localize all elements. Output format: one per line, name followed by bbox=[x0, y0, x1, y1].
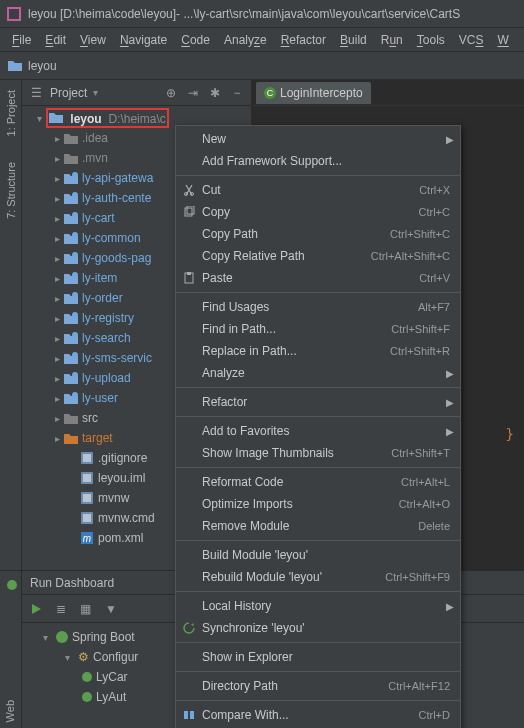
arrow-right-icon[interactable]: ▸ bbox=[52, 373, 62, 384]
layout-icon[interactable]: ▦ bbox=[80, 602, 91, 616]
item-label: ly-upload bbox=[82, 371, 131, 385]
menu-refactor[interactable]: Refactor bbox=[275, 31, 332, 49]
menu-item[interactable]: Add to Favorites▶ bbox=[176, 420, 460, 442]
rd-app-label: LyAut bbox=[96, 690, 126, 704]
arrow-right-icon[interactable]: ▸ bbox=[52, 173, 62, 184]
menu-separator bbox=[176, 591, 460, 592]
item-icon bbox=[64, 391, 78, 405]
menu-item[interactable]: Reformat CodeCtrl+Alt+L bbox=[176, 471, 460, 493]
sidebar-tab-project[interactable]: 1: Project bbox=[5, 90, 17, 136]
menu-shortcut: Ctrl+Shift+T bbox=[391, 447, 450, 459]
menu-item[interactable]: Find UsagesAlt+F7 bbox=[176, 296, 460, 318]
project-view-icon[interactable]: ☰ bbox=[28, 85, 44, 101]
gear-icon[interactable]: ✱ bbox=[207, 85, 223, 101]
menu-item[interactable]: Rebuild Module 'leyou'Ctrl+Shift+F9 bbox=[176, 566, 460, 588]
collapse-icon[interactable]: ⇥ bbox=[185, 85, 201, 101]
menu-item-label: Synchronize 'leyou' bbox=[202, 621, 450, 635]
copy-icon bbox=[181, 204, 197, 220]
arrow-right-icon[interactable]: ▸ bbox=[52, 293, 62, 304]
menu-item[interactable]: Copy PathCtrl+Shift+C bbox=[176, 223, 460, 245]
item-icon: m bbox=[80, 531, 94, 545]
menu-run[interactable]: Run bbox=[375, 31, 409, 49]
folder-icon bbox=[49, 110, 63, 124]
menu-item[interactable]: Analyze▶ bbox=[176, 362, 460, 384]
menu-analyze[interactable]: Analyze bbox=[218, 31, 273, 49]
arrow-down-icon[interactable]: ▾ bbox=[34, 113, 44, 124]
arrow-right-icon[interactable]: ▸ bbox=[52, 133, 62, 144]
menu-item[interactable]: Find in Path...Ctrl+Shift+F bbox=[176, 318, 460, 340]
arrow-right-icon[interactable]: ▸ bbox=[52, 353, 62, 364]
menu-item[interactable]: Copy Relative PathCtrl+Alt+Shift+C bbox=[176, 245, 460, 267]
arrow-right-icon[interactable]: ▸ bbox=[52, 233, 62, 244]
menu-edit[interactable]: Edit bbox=[39, 31, 72, 49]
svg-point-9 bbox=[72, 312, 78, 318]
bug-icon[interactable] bbox=[6, 579, 16, 589]
menu-shortcut: Ctrl+V bbox=[419, 272, 450, 284]
arrow-right-icon[interactable]: ▸ bbox=[52, 193, 62, 204]
menu-item[interactable]: Show Image ThumbnailsCtrl+Shift+T bbox=[176, 442, 460, 464]
project-label[interactable]: Project bbox=[50, 86, 87, 100]
svg-rect-32 bbox=[185, 208, 192, 216]
menu-item[interactable]: Local History▶ bbox=[176, 595, 460, 617]
arrow-right-icon[interactable]: ▸ bbox=[52, 413, 62, 424]
run-icon[interactable] bbox=[30, 603, 42, 615]
filter-icon[interactable]: ▼ bbox=[105, 602, 117, 616]
menu-item-label: Copy Relative Path bbox=[202, 249, 371, 263]
arrow-right-icon[interactable]: ▸ bbox=[52, 253, 62, 264]
item-icon bbox=[80, 471, 94, 485]
breadcrumb-root[interactable]: leyou bbox=[28, 59, 57, 73]
menu-view[interactable]: View bbox=[74, 31, 112, 49]
item-label: ly-registry bbox=[82, 311, 134, 325]
menu-vcs[interactable]: VCS bbox=[453, 31, 490, 49]
item-label: ly-user bbox=[82, 391, 118, 405]
menu-separator bbox=[176, 540, 460, 541]
menu-item-label: Paste bbox=[202, 271, 419, 285]
sidebar-tab-structure[interactable]: 7: Structure bbox=[5, 162, 17, 219]
hide-icon[interactable]: − bbox=[229, 85, 245, 101]
arrow-right-icon[interactable]: ▸ bbox=[52, 273, 62, 284]
menu-item[interactable]: PasteCtrl+V bbox=[176, 267, 460, 289]
item-label: mvnw.cmd bbox=[98, 511, 155, 525]
arrow-right-icon[interactable]: ▸ bbox=[52, 393, 62, 404]
menu-item[interactable]: Add Framework Support... bbox=[176, 150, 460, 172]
arrow-right-icon[interactable]: ▸ bbox=[52, 333, 62, 344]
menu-item[interactable]: CopyCtrl+C bbox=[176, 201, 460, 223]
menu-item-label: Directory Path bbox=[202, 679, 388, 693]
menu-navigate[interactable]: Navigate bbox=[114, 31, 173, 49]
menu-code[interactable]: Code bbox=[175, 31, 216, 49]
menu-item[interactable]: Build Module 'leyou' bbox=[176, 544, 460, 566]
arrow-right-icon[interactable]: ▸ bbox=[52, 433, 62, 444]
editor-tab[interactable]: C LoginIntercepto bbox=[256, 82, 371, 104]
svg-point-27 bbox=[56, 631, 68, 643]
arrow-right-icon[interactable]: ▸ bbox=[52, 313, 62, 324]
menu-window[interactable]: W bbox=[491, 31, 514, 49]
menu-item[interactable]: Remove ModuleDelete bbox=[176, 515, 460, 537]
menu-item[interactable]: Show in Explorer bbox=[176, 646, 460, 668]
menu-file[interactable]: File bbox=[6, 31, 37, 49]
menu-item[interactable]: Synchronize 'leyou' bbox=[176, 617, 460, 639]
class-icon: C bbox=[264, 87, 276, 99]
item-icon bbox=[64, 191, 78, 205]
item-label: ly-item bbox=[82, 271, 117, 285]
menu-item[interactable]: Optimize ImportsCtrl+Alt+O bbox=[176, 493, 460, 515]
arrow-right-icon[interactable]: ▸ bbox=[52, 153, 62, 164]
tree-icon[interactable]: ≣ bbox=[56, 602, 66, 616]
sidebar-tab-web[interactable]: Web bbox=[4, 700, 16, 722]
menu-item[interactable]: Refactor▶ bbox=[176, 391, 460, 413]
chevron-right-icon: ▶ bbox=[446, 368, 454, 379]
locate-icon[interactable]: ⊕ bbox=[163, 85, 179, 101]
item-label: ly-common bbox=[82, 231, 141, 245]
menu-build[interactable]: Build bbox=[334, 31, 373, 49]
chevron-down-icon[interactable]: ▾ bbox=[93, 87, 98, 98]
menu-item[interactable]: Directory PathCtrl+Alt+F12 bbox=[176, 675, 460, 697]
menu-tools[interactable]: Tools bbox=[411, 31, 451, 49]
item-label: ly-auth-cente bbox=[82, 191, 151, 205]
menu-item[interactable]: Replace in Path...Ctrl+Shift+R bbox=[176, 340, 460, 362]
menu-item[interactable]: New▶ bbox=[176, 128, 460, 150]
tool-sidebar-bottom-left: Web bbox=[0, 668, 22, 728]
arrow-right-icon[interactable]: ▸ bbox=[52, 213, 62, 224]
menu-shortcut: Ctrl+Shift+F bbox=[391, 323, 450, 335]
menu-item[interactable]: CutCtrl+X bbox=[176, 179, 460, 201]
menu-item[interactable]: Compare With...Ctrl+D bbox=[176, 704, 460, 726]
item-icon bbox=[64, 251, 78, 265]
